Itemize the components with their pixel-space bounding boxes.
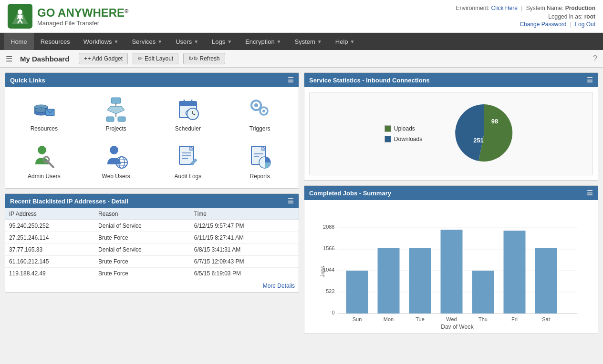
cell-time: 6/8/15 3:41:31 AM	[190, 244, 299, 256]
svg-rect-32	[255, 109, 258, 111]
nav-item-workflows[interactable]: Workflows▼	[77, 33, 125, 50]
pie-container: Uploads Downloads	[309, 92, 593, 175]
nav-item-resources[interactable]: Resources	[34, 33, 77, 50]
help-icon[interactable]: ?	[593, 54, 597, 63]
quick-link-triggers[interactable]: Triggers	[226, 92, 294, 136]
service-stats-header: Service Statistics - Inbound Connections…	[304, 73, 598, 87]
bar-mon	[378, 248, 400, 313]
add-gadget-button[interactable]: + + Add Gadget	[79, 53, 128, 64]
svg-point-30	[262, 110, 265, 112]
triggers-icon	[247, 96, 273, 122]
cell-ip: 37.77.165.33	[5, 244, 94, 256]
change-password-link[interactable]: Change Password	[520, 21, 566, 28]
admin-users-icon	[31, 143, 57, 170]
pie-legend: Uploads Downloads	[385, 125, 422, 142]
svg-marker-15	[107, 106, 125, 114]
quick-link-web-users[interactable]: Web Users	[82, 140, 150, 183]
left-column: Quick Links ☰	[5, 72, 299, 334]
svg-text:98: 98	[491, 118, 498, 125]
main-content: Quick Links ☰	[0, 68, 603, 339]
svg-text:Mon: Mon	[384, 316, 394, 322]
blacklisted-menu-icon[interactable]: ☰	[288, 197, 294, 205]
svg-rect-34	[260, 104, 262, 107]
blacklisted-ips-panel: Recent Blacklisted IP Addresses - Detail…	[5, 193, 299, 293]
quick-link-resources[interactable]: Resources	[10, 92, 78, 136]
triggers-label: Triggers	[250, 125, 270, 132]
services-arrow-icon: ▼	[157, 39, 162, 44]
quick-link-reports[interactable]: Reports	[226, 140, 294, 183]
scheduler-icon: ◷	[175, 96, 201, 122]
cell-reason: Denial of Service	[94, 244, 190, 256]
reports-icon	[247, 143, 273, 170]
quick-link-admin-users[interactable]: Admin Users	[10, 140, 78, 183]
add-icon: +	[84, 55, 87, 62]
col-time: Time	[190, 208, 299, 220]
projects-label: Projects	[105, 125, 126, 132]
completed-jobs-header: Completed Jobs - Summary ☰	[304, 186, 598, 200]
nav-item-system[interactable]: System▼	[288, 33, 329, 50]
cell-ip: 95.240.250.252	[5, 220, 94, 232]
system-arrow-icon: ▼	[317, 39, 322, 44]
quick-links-grid: Resources	[5, 87, 299, 188]
cell-reason: Brute Force	[94, 232, 190, 244]
svg-text:2088: 2088	[323, 224, 334, 230]
env-label: Environment:	[456, 5, 489, 11]
quick-link-scheduler[interactable]: ◷ Scheduler	[154, 92, 222, 136]
logo-text: GO ANYWHERE® Managed File Transfer	[37, 6, 128, 27]
bar-chart-container: 0 522 1044 1566 2088 Jobs	[304, 200, 598, 334]
cell-reason: Brute Force	[94, 256, 190, 268]
service-stats-menu-icon[interactable]: ☰	[587, 76, 593, 84]
quick-link-projects[interactable]: Projects	[82, 92, 150, 136]
cell-reason: Brute Force	[94, 268, 190, 280]
separator: |	[570, 21, 572, 28]
svg-text:Fri: Fri	[511, 316, 518, 322]
edit-layout-button[interactable]: ✏ Edit Layout	[133, 53, 178, 64]
nav-item-help[interactable]: Help▼	[329, 33, 362, 50]
audit-logs-label: Audit Logs	[175, 173, 202, 180]
cell-time: 6/7/15 12:09:43 PM	[190, 256, 299, 268]
navbar: HomeResourcesWorkflows▼Services▼Users▼Lo…	[0, 33, 603, 50]
edit-icon: ✏	[138, 55, 143, 62]
nav-item-services[interactable]: Services▼	[125, 33, 169, 50]
refresh-button[interactable]: ↻ ↻ Refresh	[183, 53, 225, 64]
bar-tue	[409, 248, 431, 313]
table-row: 27.251.246.114Brute Force6/11/15 8:27:41…	[5, 232, 299, 244]
quick-links-header: Quick Links ☰	[5, 73, 299, 87]
svg-rect-20	[179, 101, 197, 106]
quick-link-audit-logs[interactable]: Audit Logs	[154, 140, 222, 183]
svg-rect-33	[250, 104, 252, 107]
env-line: Environment: Click Here | System Name: P…	[456, 5, 595, 11]
nav-item-encryption[interactable]: Encryption▼	[239, 33, 288, 50]
resources-icon	[31, 96, 57, 122]
more-details-link[interactable]: More Details	[263, 283, 295, 289]
svg-text:1566: 1566	[323, 245, 334, 251]
completed-jobs-menu-icon[interactable]: ☰	[587, 189, 593, 197]
nav-item-home[interactable]: Home	[4, 33, 34, 50]
logs-arrow-icon: ▼	[227, 39, 232, 44]
downloads-legend: Downloads	[385, 136, 422, 142]
svg-text:Thu: Thu	[478, 316, 488, 322]
quick-links-panel: Quick Links ☰	[5, 72, 299, 189]
panel-menu-icon[interactable]: ☰	[288, 76, 294, 84]
svg-text:Wed: Wed	[446, 316, 457, 322]
logged-user: root	[584, 13, 595, 20]
cell-ip: 27.251.246.114	[5, 232, 94, 244]
menu-icon[interactable]: ☰	[6, 54, 12, 63]
audit-logs-icon	[175, 143, 201, 170]
logo-brand: GO ANYWHERE®	[37, 6, 128, 20]
bar-wed	[441, 230, 463, 313]
resources-label: Resources	[31, 125, 58, 132]
svg-text:Tue: Tue	[416, 316, 425, 322]
col-reason: Reason	[94, 208, 190, 220]
scheduler-label: Scheduler	[175, 125, 201, 132]
uploads-swatch	[385, 125, 391, 132]
logo-icon: ♥	[8, 4, 32, 29]
bar-chart-svg: 0 522 1044 1566 2088 Jobs	[309, 205, 593, 329]
col-ip: IP Address	[5, 208, 94, 220]
nav-item-users[interactable]: Users▼	[169, 33, 205, 50]
nav-item-logs[interactable]: Logs▼	[205, 33, 239, 50]
workflows-arrow-icon: ▼	[114, 39, 119, 44]
svg-rect-13	[111, 98, 121, 103]
env-link[interactable]: Click Here	[491, 5, 517, 11]
log-out-link[interactable]: Log Out	[575, 21, 595, 28]
